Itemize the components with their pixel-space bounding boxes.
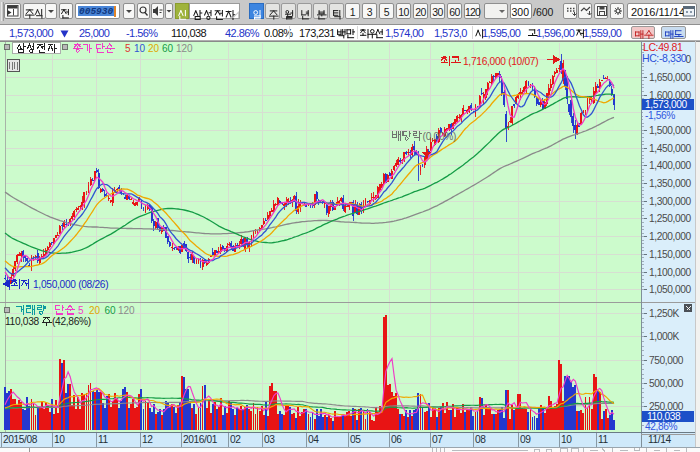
svg-text:42,86%: 42,86%: [645, 421, 677, 432]
svg-text:HC:-8,330: HC:-8,330: [642, 52, 687, 64]
svg-text:1,400,000: 1,400,000: [649, 160, 691, 171]
svg-text:1,000K: 1,000K: [649, 331, 679, 342]
svg-text:120: 120: [118, 305, 135, 316]
svg-text:60: 60: [162, 43, 174, 54]
svg-text:120: 120: [176, 43, 193, 54]
svg-text:03: 03: [264, 434, 275, 445]
svg-text:60: 60: [105, 305, 117, 316]
svg-text:09: 09: [520, 434, 531, 445]
svg-text:05: 05: [350, 434, 361, 445]
svg-text:11: 11: [598, 434, 609, 445]
svg-text:110,038: 110,038: [5, 316, 40, 327]
svg-text:08: 08: [475, 434, 486, 445]
svg-text:1,250,000: 1,250,000: [649, 213, 691, 224]
svg-text:10: 10: [134, 43, 146, 54]
svg-text:500,000: 500,000: [649, 378, 684, 389]
svg-text:1,200,000: 1,200,000: [649, 231, 691, 242]
svg-text:02: 02: [230, 434, 241, 445]
svg-text:20: 20: [89, 305, 101, 316]
svg-text:1,350,000: 1,350,000: [649, 178, 691, 189]
svg-text:1,300,000: 1,300,000: [649, 196, 691, 207]
svg-text:11/14: 11/14: [648, 434, 671, 445]
svg-text:1,650,000: 1,650,000: [649, 72, 691, 83]
svg-text:1,450,000: 1,450,000: [649, 143, 691, 154]
svg-text:1,100,000: 1,100,000: [649, 267, 691, 278]
svg-text:12: 12: [142, 434, 153, 445]
svg-text:07: 07: [432, 434, 443, 445]
svg-text:20: 20: [148, 43, 160, 54]
svg-text:1,716,000 (10/07): 1,716,000 (10/07): [463, 56, 538, 67]
svg-text:06: 06: [391, 434, 402, 445]
svg-text:-1,56%: -1,56%: [645, 110, 675, 121]
svg-text:1,050,000: 1,050,000: [649, 284, 691, 295]
svg-text:(42,86%): (42,86%): [52, 316, 91, 327]
svg-text:1,150,000: 1,150,000: [649, 249, 691, 260]
svg-text:2015/08: 2015/08: [3, 434, 38, 445]
svg-text:(0.00%): (0.00%): [423, 131, 457, 142]
svg-text:11: 11: [98, 434, 109, 445]
svg-text:5: 5: [125, 43, 131, 54]
svg-text:1,250K: 1,250K: [649, 308, 679, 319]
svg-text:750,000: 750,000: [649, 355, 684, 366]
svg-text:5: 5: [78, 305, 84, 316]
svg-text:1,050,000 (08/26): 1,050,000 (08/26): [33, 279, 108, 290]
svg-text:10: 10: [54, 434, 65, 445]
svg-text:2016/01: 2016/01: [183, 434, 218, 445]
svg-text:1,573,000: 1,573,000: [645, 99, 687, 110]
svg-text:10: 10: [561, 434, 572, 445]
svg-text:04: 04: [308, 434, 319, 445]
svg-text:1,500,000: 1,500,000: [649, 125, 691, 136]
